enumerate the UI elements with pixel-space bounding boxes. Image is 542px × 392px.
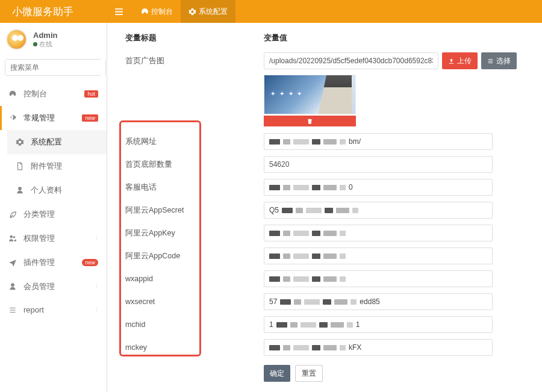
plane-icon [8,258,19,267]
cog-icon [188,8,196,16]
sidebar-item-会员管理[interactable]: 会员管理〈 [0,275,107,299]
redacted-field[interactable]: kFX [264,339,493,356]
user-status: 在线 [33,40,57,49]
menu-toggle-button[interactable] [107,0,133,23]
user-icon [16,186,26,194]
sidebar-item-label: 系统配置 [31,137,98,148]
status-dot-icon [33,42,37,46]
reset-button[interactable]: 重置 [295,365,323,382]
dashboard-icon [141,8,149,16]
sidebar-item-label: 附件管理 [31,161,98,172]
list-icon [8,306,19,314]
dashboard-icon [8,90,19,98]
form-label-1: 系统网址 [125,130,264,153]
col-header-value: 变量值 [264,29,530,49]
redacted-field[interactable]: 0 [264,179,493,196]
search-input-group [5,59,102,76]
form-label-7: wxappid [125,267,264,290]
sidebar-subitem-个人资料[interactable]: 个人资料 [7,178,107,202]
redacted-field[interactable] [264,225,493,241]
sidebar-item-权限管理[interactable]: 权限管理〈 [0,226,107,250]
image-path-input[interactable] [264,52,438,69]
form-value-1: bm/ [264,130,530,153]
sidebar-subitem-系统配置[interactable]: 系统配置 [7,130,107,154]
form-label-8: wxsecret [125,290,264,313]
form-label-3: 客服电话 [125,176,264,199]
redacted-field[interactable] [264,247,493,264]
sidebar-item-label: 分类管理 [23,209,98,220]
sidebar-item-label: report [23,305,92,314]
form-label-9: mchid [125,313,264,336]
cogs-icon [8,114,19,122]
users-icon [8,234,19,243]
chevron-left-icon: 〈 [92,282,98,291]
form-value-8: 57edd85 [264,290,530,313]
redacted-field[interactable]: 57edd85 [264,293,493,310]
redacted-field[interactable]: 11 [264,316,493,333]
form-value-2 [264,153,530,176]
redacted-field[interactable]: Q5 [264,202,493,219]
sidebar-item-插件管理[interactable]: 插件管理new [0,250,107,275]
badge: new [82,259,98,266]
form-label-6: 阿里云AppCode [125,244,264,267]
search-input[interactable] [5,60,105,75]
col-header-title: 变量标题 [125,29,264,49]
user-panel: Admin 在线 [0,23,107,56]
form-footer: 确定 重置 [264,359,530,382]
form-value-7 [264,267,530,290]
form-label-2: 首页底部数量 [125,153,264,176]
form-value-4: Q5 [264,199,530,222]
form-label-0: 首页广告图 [125,49,264,72]
form-value-5 [264,222,530,244]
form-label-4: 阿里云AppSecret [125,199,264,222]
file-icon [16,162,26,170]
header-sysconfig-label: 系统配置 [199,7,228,17]
redacted-field[interactable] [264,270,493,287]
badge: hot [84,90,98,98]
sidebar-subitem-附件管理[interactable]: 附件管理 [7,154,107,178]
header-dashboard-label: 控制台 [151,7,173,17]
leaf-icon [8,210,19,219]
form-value-3: 0 [264,176,530,199]
form-value-0: 上传 选择 [264,49,530,72]
select-button[interactable]: 选择 [481,52,517,69]
header-sysconfig-tab[interactable]: 系统配置 [181,0,235,23]
chevron-left-icon: 〈 [92,234,98,243]
form-label-5: 阿里云AppKey [125,222,264,244]
avatar [6,29,27,50]
image-preview [264,75,356,114]
header-dashboard-tab[interactable]: 控制台 [133,0,181,23]
sidebar-menu: 控制台hot常规管理new系统配置附件管理个人资料分类管理权限管理〈插件管理ne… [0,82,107,321]
top-header: 小微服务助手 控制台 系统配置 [0,0,542,23]
sidebar-item-label: 控制台 [23,89,84,99]
image-preview-block [264,72,530,130]
form-value-9: 11 [264,313,530,336]
sidebar: Admin 在线 控制台hot常规管理new系统配置附件管理个人资料分类管理权限… [0,23,107,392]
form-label-10: mckey [125,336,264,359]
user-o-icon [8,282,19,291]
redacted-field[interactable]: bm/ [264,133,493,150]
delete-image-button[interactable] [264,116,356,126]
sidebar-item-label: 常规管理 [23,113,82,123]
chevron-left-icon: 〈 [92,306,98,314]
cog-icon [16,138,26,146]
upload-icon [448,58,455,64]
upload-button[interactable]: 上传 [442,52,478,69]
bars-icon [115,8,123,15]
sidebar-item-label: 权限管理 [23,233,92,244]
sidebar-item-label: 插件管理 [23,257,82,268]
confirm-button[interactable]: 确定 [264,365,290,382]
sidebar-item-常规管理[interactable]: 常规管理new [0,106,107,130]
main-content: 变量标题变量值首页广告图 上传 选择 系统网址bm/首页底部数量客服电话0阿里云… [107,23,542,392]
form-value-6 [264,244,530,267]
sidebar-item-report[interactable]: report〈 [0,299,107,321]
sidebar-item-label: 个人资料 [31,185,98,196]
form-value-10: kFX [264,336,530,359]
list-icon [487,58,494,64]
sidebar-item-label: 会员管理 [23,281,92,292]
badge: new [82,114,98,122]
text-input[interactable] [264,156,493,173]
brand-title: 小微服务助手 [0,5,107,19]
sidebar-item-分类管理[interactable]: 分类管理 [0,202,107,226]
sidebar-item-控制台[interactable]: 控制台hot [0,82,107,106]
